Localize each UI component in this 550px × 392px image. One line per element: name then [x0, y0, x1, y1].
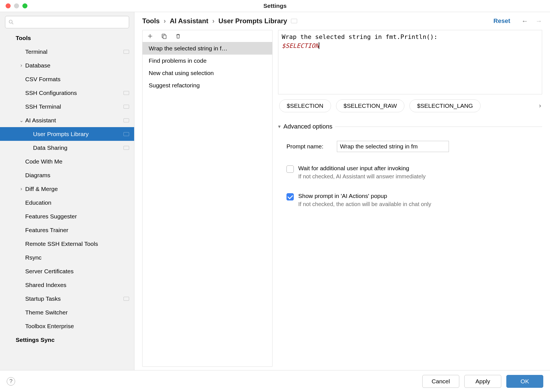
ok-button[interactable]: OK	[506, 375, 543, 388]
apply-button[interactable]: Apply	[464, 375, 501, 388]
sidebar-item-label: Toolbox Enterprise	[25, 323, 129, 330]
sidebar-item-shared-indexes[interactable]: Shared Indexes	[0, 278, 134, 292]
show-popup-row: Show prompt in 'AI Actions' popup If not…	[278, 193, 542, 207]
sidebar-item-label: Features Suggester	[25, 213, 129, 220]
crumb-user-prompts: User Prompts Library	[218, 17, 287, 25]
sidebar-item-label: Code With Me	[25, 158, 129, 165]
sidebar-item-code-with-me[interactable]: Code With Me	[0, 155, 134, 168]
sidebar-item-tools[interactable]: Tools	[0, 31, 134, 45]
show-popup-checkbox[interactable]	[286, 193, 294, 200]
prompt-item[interactable]: New chat using selection	[143, 67, 272, 79]
wait-input-label: Wait for additional user input after inv…	[298, 165, 426, 172]
token-row: $SELECTION $SELECTION_RAW $SELECTION_LAN…	[278, 99, 542, 112]
help-icon[interactable]: ?	[7, 377, 15, 386]
prompt-item[interactable]: Wrap the selected string in f…	[143, 42, 272, 55]
window-title: Settings	[0, 3, 550, 9]
sidebar-search[interactable]	[5, 16, 129, 28]
svg-rect-5	[163, 35, 166, 39]
sidebar-item-label: Database	[25, 62, 129, 69]
sidebar-item-label: Startup Tasks	[25, 295, 121, 302]
sidebar-item-theme-switcher[interactable]: Theme Switcher	[0, 305, 134, 319]
main-panel: Tools › AI Assistant › User Prompts Libr…	[134, 12, 550, 370]
chevron-right-icon: ›	[17, 62, 25, 68]
prompt-editor[interactable]: Wrap the selected string in fmt.Println(…	[278, 30, 542, 94]
chevron-down-icon: ⌄	[17, 117, 25, 123]
sidebar-item-settings-sync[interactable]: Settings Sync	[0, 333, 134, 347]
prompt-item[interactable]: Suggest refactoring	[143, 79, 272, 92]
reset-link[interactable]: Reset	[493, 17, 510, 25]
sidebar-item-label: Diff & Merge	[25, 186, 129, 192]
scope-tag-icon	[123, 91, 129, 95]
sidebar-item-ssh-configurations[interactable]: SSH Configurations	[0, 86, 134, 100]
sidebar-item-ai-assistant[interactable]: ⌄AI Assistant	[0, 113, 134, 127]
sidebar-item-label: Features Trainer	[25, 227, 129, 234]
chevron-right-icon: ›	[17, 186, 25, 192]
wait-input-hint: If not checked, AI Assistant will answer…	[298, 173, 426, 180]
close-window-button[interactable]	[6, 3, 11, 8]
sidebar-item-remote-ssh-external-tools[interactable]: Remote SSH External Tools	[0, 237, 134, 251]
search-icon	[8, 19, 14, 25]
sidebar-item-features-suggester[interactable]: Features Suggester	[0, 209, 134, 223]
cancel-button[interactable]: Cancel	[422, 375, 459, 388]
prompt-list[interactable]: Wrap the selected string in f…Find probl…	[143, 42, 272, 367]
advanced-options-header[interactable]: ▾ Advanced options	[278, 123, 542, 130]
sidebar-item-label: Server Certificates	[25, 268, 129, 275]
sidebar-item-csv-formats[interactable]: CSV Formats	[0, 72, 134, 86]
settings-tree[interactable]: ToolsTerminal›DatabaseCSV FormatsSSH Con…	[0, 31, 134, 370]
add-icon[interactable]	[147, 33, 153, 39]
maximize-window-button[interactable]	[22, 3, 27, 8]
crumb-ai-assistant[interactable]: AI Assistant	[170, 17, 208, 25]
scope-tag-icon	[123, 50, 129, 54]
sidebar-item-data-sharing[interactable]: Data Sharing	[0, 141, 134, 155]
sidebar-item-diff-merge[interactable]: ›Diff & Merge	[0, 182, 134, 196]
crumb-tools[interactable]: Tools	[142, 17, 160, 25]
scope-tag-icon	[291, 19, 297, 23]
prompt-editor-panel: Wrap the selected string in fmt.Println(…	[278, 30, 542, 367]
token-selection-lang[interactable]: $SELECTION_LANG	[409, 99, 481, 112]
chevron-right-icon: ›	[212, 17, 215, 25]
svg-line-1	[12, 23, 13, 24]
nav-forward-icon: →	[535, 17, 542, 25]
sidebar-item-server-certificates[interactable]: Server Certificates	[0, 264, 134, 278]
sidebar-item-label: Diagrams	[25, 172, 129, 179]
prompt-name-label: Prompt name:	[286, 143, 331, 150]
sidebar-item-features-trainer[interactable]: Features Trainer	[0, 223, 134, 237]
sidebar-item-label: Terminal	[25, 48, 121, 55]
scope-tag-icon	[123, 146, 129, 150]
sidebar-item-rsync[interactable]: Rsync	[0, 251, 134, 264]
sidebar-item-ssh-terminal[interactable]: SSH Terminal	[0, 100, 134, 113]
sidebar-item-label: Data Sharing	[33, 144, 121, 151]
settings-sidebar: ToolsTerminal›DatabaseCSV FormatsSSH Con…	[0, 12, 134, 370]
minimize-window-button[interactable]	[14, 3, 19, 8]
editor-variable: $SELECTION	[282, 42, 319, 49]
wait-input-row: Wait for additional user input after inv…	[278, 165, 542, 180]
sidebar-item-label: CSV Formats	[25, 76, 129, 83]
editor-line-1: Wrap the selected string in fmt.Println(…	[282, 33, 437, 40]
chevron-right-icon: ›	[164, 17, 166, 25]
token-selection-raw[interactable]: $SELECTION_RAW	[336, 99, 405, 112]
sidebar-item-diagrams[interactable]: Diagrams	[0, 168, 134, 182]
sidebar-item-toolbox-enterprise[interactable]: Toolbox Enterprise	[0, 319, 134, 333]
divider	[335, 127, 542, 127]
prompt-item[interactable]: Find problems in code	[143, 55, 272, 67]
sidebar-item-startup-tasks[interactable]: Startup Tasks	[0, 292, 134, 305]
sidebar-item-label: SSH Configurations	[25, 90, 121, 96]
sidebar-item-terminal[interactable]: Terminal	[0, 45, 134, 59]
copy-icon[interactable]	[161, 33, 167, 39]
sidebar-item-user-prompts-library[interactable]: User Prompts Library	[0, 127, 134, 141]
token-more-icon[interactable]: ›	[539, 102, 541, 109]
token-selection[interactable]: $SELECTION	[279, 99, 331, 112]
delete-icon[interactable]	[175, 33, 181, 39]
nav-back-icon[interactable]: ←	[521, 17, 528, 25]
sidebar-item-label: Theme Switcher	[25, 309, 129, 316]
main-header: Tools › AI Assistant › User Prompts Libr…	[134, 12, 550, 30]
prompt-name-row: Prompt name:	[278, 141, 542, 152]
sidebar-item-label: Rsync	[25, 254, 129, 261]
sidebar-item-database[interactable]: ›Database	[0, 59, 134, 72]
search-input[interactable]	[16, 18, 126, 26]
prompt-name-input[interactable]	[337, 141, 449, 152]
scope-tag-icon	[123, 297, 129, 301]
title-bar: Settings	[0, 0, 550, 12]
sidebar-item-education[interactable]: Education	[0, 196, 134, 209]
wait-input-checkbox[interactable]	[286, 165, 294, 173]
